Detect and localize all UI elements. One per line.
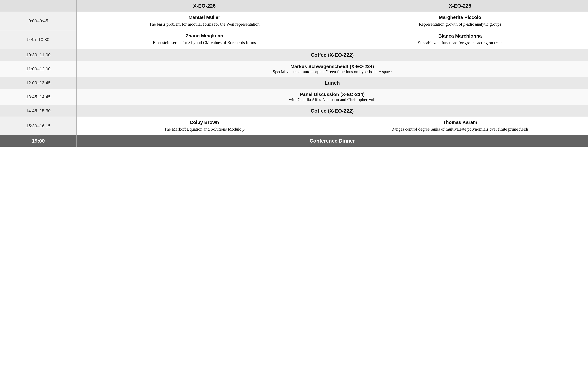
talk-title: Representation growth of p-adic analytic… bbox=[419, 22, 501, 27]
speaker-name: Zhang Mingkuan bbox=[80, 33, 329, 38]
header-time bbox=[0, 0, 77, 12]
schwag-cell: Markus Schwagenscheidt (X-EO-234) Specia… bbox=[76, 61, 588, 77]
speaker-name: Thomas Karam bbox=[336, 120, 584, 125]
table-row: 13:45–14:45 Panel Discussion (X-EO-234) … bbox=[0, 89, 588, 105]
panel-cell: Panel Discussion (X-EO-234) with Claudia… bbox=[76, 89, 588, 105]
speaker-name: Colby Brown bbox=[80, 120, 329, 125]
table-row: 19:00 Conference Dinner bbox=[0, 135, 588, 147]
speaker-name: Margherita Piccolo bbox=[336, 15, 584, 20]
header-room1: X-EO-226 bbox=[76, 0, 332, 12]
time-cell: 13:45–14:45 bbox=[0, 89, 77, 105]
schwag-subtitle: Special values of automorphic Green func… bbox=[273, 69, 392, 74]
lunch-cell: Lunch bbox=[76, 77, 588, 89]
lunch-label: Lunch bbox=[325, 80, 340, 86]
table-row: 15:30–16:15 Colby Brown The Markoff Equa… bbox=[0, 117, 588, 135]
talk-title: Eisenstein series for SL2 and CM values … bbox=[153, 40, 256, 45]
time-cell: 15:30–16:15 bbox=[0, 117, 77, 135]
coffee-cell: Coffee (X-EO-222) bbox=[76, 49, 588, 61]
talk-cell-1: Zhang Mingkuan Eisenstein series for SL2… bbox=[76, 30, 332, 49]
panel-title: Panel Discussion (X-EO-234) bbox=[80, 92, 584, 97]
header-row: X-EO-226 X-EO-228 bbox=[0, 0, 588, 12]
talk-title: Suborbit zeta functions for groups actin… bbox=[418, 40, 502, 45]
talk-title: The Markoff Equation and Solutions Modul… bbox=[164, 127, 244, 131]
talk-cell-2: Bianca Marchionna Suborbit zeta function… bbox=[332, 30, 588, 49]
time-cell: 12:00–13:45 bbox=[0, 77, 77, 89]
coffee-cell: Coffee (X-EO-222) bbox=[76, 105, 588, 117]
dinner-label: Conference Dinner bbox=[310, 138, 355, 144]
header-room2: X-EO-228 bbox=[332, 0, 588, 12]
schwag-title: Markus Schwagenscheidt (X-EO-234) bbox=[80, 64, 584, 69]
time-cell: 11:00–12:00 bbox=[0, 61, 77, 77]
talk-title: The basis problem for modular forms for … bbox=[149, 22, 259, 27]
talk-cell-1: Manuel Müller The basis problem for modu… bbox=[76, 12, 332, 30]
talk-cell-2: Margherita Piccolo Representation growth… bbox=[332, 12, 588, 30]
talk-cell-1: Colby Brown The Markoff Equation and Sol… bbox=[76, 117, 332, 135]
time-cell: 9:45–10:30 bbox=[0, 30, 77, 49]
talk-cell-2: Thomas Karam Ranges control degree ranks… bbox=[332, 117, 588, 135]
table-row: 9:00–9:45 Manuel Müller The basis proble… bbox=[0, 12, 588, 30]
dinner-cell: Conference Dinner bbox=[76, 135, 588, 147]
talk-title: Ranges control degree ranks of multivari… bbox=[392, 127, 529, 131]
table-row: 9:45–10:30 Zhang Mingkuan Eisenstein ser… bbox=[0, 30, 588, 49]
speaker-name: Manuel Müller bbox=[80, 15, 329, 20]
table-row: 12:00–13:45 Lunch bbox=[0, 77, 588, 89]
time-cell: 14:45–15:30 bbox=[0, 105, 77, 117]
time-cell: 19:00 bbox=[0, 135, 77, 147]
schedule-table: X-EO-226 X-EO-228 9:00–9:45 Manuel Mülle… bbox=[0, 0, 588, 147]
table-row: 11:00–12:00 Markus Schwagenscheidt (X-EO… bbox=[0, 61, 588, 77]
panel-subtitle: with Claudia Alfes-Neumann and Christoph… bbox=[289, 97, 375, 102]
time-cell: 10:30–11:00 bbox=[0, 49, 77, 61]
speaker-name: Bianca Marchionna bbox=[336, 33, 584, 39]
time-cell: 9:00–9:45 bbox=[0, 12, 77, 30]
coffee-label: Coffee (X-EO-222) bbox=[311, 52, 354, 58]
coffee-label: Coffee (X-EO-222) bbox=[311, 108, 354, 114]
table-row: 14:45–15:30 Coffee (X-EO-222) bbox=[0, 105, 588, 117]
table-row: 10:30–11:00 Coffee (X-EO-222) bbox=[0, 49, 588, 61]
